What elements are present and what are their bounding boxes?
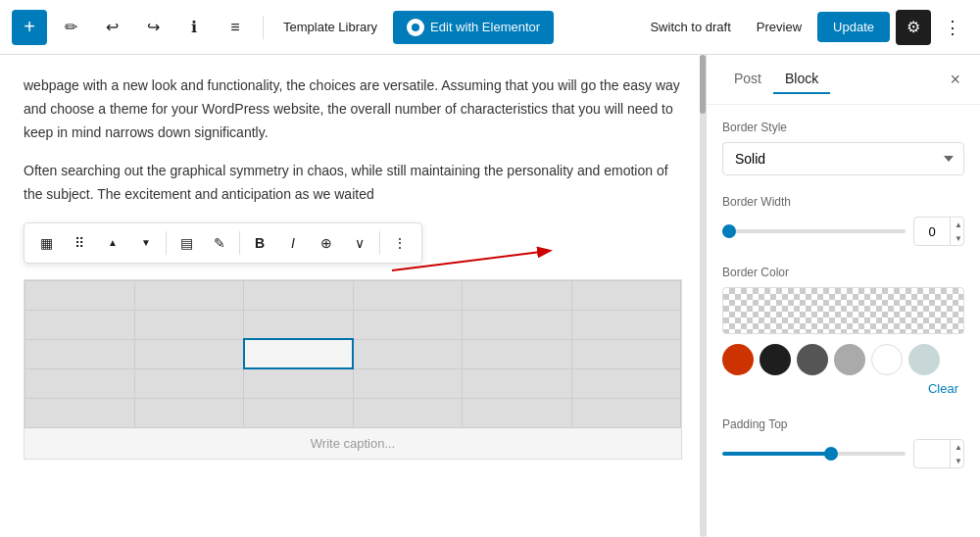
- table-row: [25, 339, 681, 368]
- template-library-button[interactable]: Template Library: [273, 14, 387, 40]
- table-cell[interactable]: [134, 398, 244, 427]
- link-button[interactable]: ⊕: [311, 227, 342, 259]
- block-more-button[interactable]: ⋮: [384, 227, 416, 259]
- italic-button[interactable]: I: [277, 227, 309, 259]
- toolbar-divider-3: [239, 231, 240, 255]
- table-cell[interactable]: [25, 310, 135, 339]
- main-layout: webpage with a new look and functionalit…: [0, 55, 980, 537]
- table-cell[interactable]: [25, 368, 135, 398]
- undo-button[interactable]: ↩: [94, 10, 129, 45]
- clear-color-button[interactable]: Clear: [922, 379, 964, 398]
- swatch-white[interactable]: [871, 344, 903, 375]
- settings-button[interactable]: ⚙: [896, 10, 931, 45]
- swatch-medium-gray[interactable]: [834, 344, 865, 375]
- panel-header: Post Block ×: [707, 55, 980, 105]
- tab-block[interactable]: Block: [773, 65, 830, 94]
- border-width-value-box: ▲ ▼: [913, 217, 964, 246]
- border-color-label: Border Color: [722, 266, 964, 279]
- redo-button[interactable]: ↪: [135, 10, 171, 45]
- padding-top-value-box: ▲ ▼: [913, 439, 964, 468]
- preview-button[interactable]: Preview: [747, 14, 811, 40]
- bold-button[interactable]: B: [244, 227, 275, 259]
- more-options-button[interactable]: ⋮: [937, 10, 968, 45]
- table-cell[interactable]: [463, 398, 572, 427]
- update-button[interactable]: Update: [817, 12, 890, 42]
- brush-button[interactable]: ✎: [204, 227, 235, 259]
- table-cell[interactable]: [134, 368, 244, 398]
- table-cell[interactable]: [571, 310, 681, 339]
- table-cell[interactable]: [353, 280, 463, 310]
- move-up-button[interactable]: ▲: [97, 227, 128, 259]
- align-button[interactable]: ▤: [171, 227, 202, 259]
- table-cell[interactable]: [463, 310, 572, 339]
- padding-top-slider-row: ▲ ▼: [722, 439, 964, 468]
- bold-icon: B: [255, 235, 265, 251]
- table-cell[interactable]: [571, 280, 681, 310]
- table-cell[interactable]: [25, 280, 135, 310]
- close-panel-button[interactable]: ×: [946, 66, 964, 94]
- border-width-down[interactable]: ▼: [951, 231, 964, 245]
- swatch-dark-gray[interactable]: [797, 344, 828, 375]
- paragraph-1: webpage with a new look and functionalit…: [24, 74, 682, 144]
- editor-area: webpage with a new look and functionalit…: [0, 55, 706, 537]
- table-row: [25, 398, 681, 427]
- down-arrow-icon: ▼: [141, 237, 151, 248]
- block-toolbar: ▦ ⠿ ▲ ▼ ▤ ✎ B I: [24, 222, 422, 264]
- table-cell[interactable]: [463, 280, 572, 310]
- border-style-select[interactable]: None Solid Dashed Dotted Double: [722, 142, 964, 175]
- more-rich-button[interactable]: ∨: [344, 227, 375, 259]
- table-cell[interactable]: [244, 398, 354, 427]
- add-icon: +: [24, 16, 35, 38]
- gear-icon: ⚙: [906, 18, 920, 36]
- drag-handle[interactable]: ⠿: [64, 227, 95, 259]
- move-down-button[interactable]: ▼: [130, 227, 162, 259]
- table-cell[interactable]: [134, 339, 244, 368]
- info-button[interactable]: ℹ: [176, 10, 212, 45]
- table-cell[interactable]: [25, 398, 135, 427]
- border-width-input[interactable]: [914, 220, 950, 243]
- edit-button[interactable]: ✏: [53, 10, 88, 45]
- padding-top-slider[interactable]: [722, 452, 906, 456]
- border-width-up[interactable]: ▲: [951, 218, 964, 231]
- table-cell[interactable]: [571, 368, 681, 398]
- padding-top-up[interactable]: ▲: [951, 440, 964, 454]
- brush-icon: ✎: [214, 235, 225, 251]
- table-cell[interactable]: [463, 368, 572, 398]
- table-cell[interactable]: [244, 310, 354, 339]
- swatch-black[interactable]: [760, 344, 791, 375]
- padding-top-input[interactable]: [914, 443, 950, 465]
- table-cell[interactable]: [244, 368, 354, 398]
- table-cell[interactable]: [134, 310, 244, 339]
- switch-to-draft-button[interactable]: Switch to draft: [640, 14, 740, 40]
- border-width-slider[interactable]: [722, 229, 906, 233]
- padding-top-down[interactable]: ▼: [951, 454, 964, 467]
- swatch-light-blue-gray[interactable]: [908, 344, 940, 375]
- italic-icon: I: [291, 235, 295, 251]
- padding-top-label: Padding Top: [722, 417, 964, 431]
- table-cell[interactable]: [353, 368, 463, 398]
- table-cell-selected[interactable]: [244, 339, 354, 368]
- table-block-button[interactable]: ▦: [30, 227, 62, 259]
- table-row: [25, 310, 681, 339]
- toolbar-divider-2: [166, 231, 167, 255]
- table-cell[interactable]: [25, 339, 135, 368]
- swatch-red[interactable]: [722, 344, 754, 375]
- add-block-button[interactable]: +: [12, 10, 47, 45]
- table-cell[interactable]: [571, 339, 681, 368]
- pencil-icon: ✏: [65, 18, 77, 36]
- padding-top-section: Padding Top ▲ ▼: [722, 417, 964, 468]
- tab-post[interactable]: Post: [722, 65, 773, 94]
- more-icon: ⋮: [944, 17, 961, 38]
- table-cell[interactable]: [353, 339, 463, 368]
- up-arrow-icon: ▲: [108, 237, 118, 248]
- edit-elementor-button[interactable]: Edit with Elementor: [393, 11, 554, 44]
- toolbar-divider-1: [263, 16, 264, 39]
- table-cell[interactable]: [571, 398, 681, 427]
- table-cell[interactable]: [463, 339, 572, 368]
- table-cell[interactable]: [244, 280, 354, 310]
- table-cell[interactable]: [353, 398, 463, 427]
- table-caption[interactable]: Write caption...: [24, 428, 681, 459]
- table-cell[interactable]: [134, 280, 244, 310]
- table-cell[interactable]: [353, 310, 463, 339]
- list-view-button[interactable]: ≡: [218, 10, 253, 45]
